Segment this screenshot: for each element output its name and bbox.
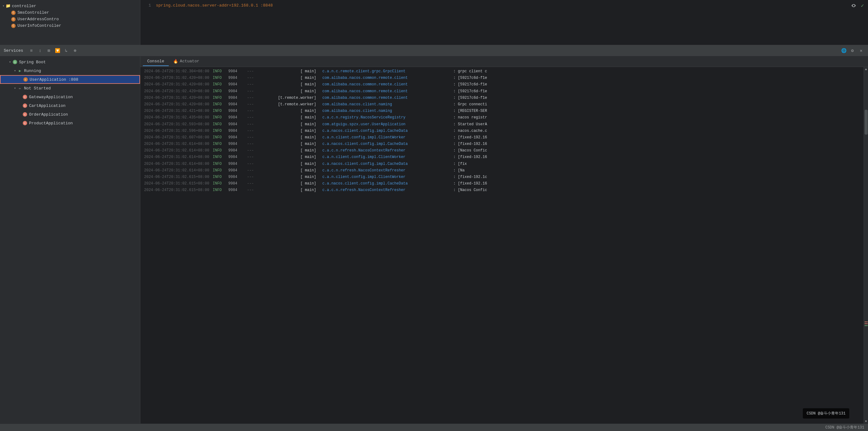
actuator-tab[interactable]: 🔥 Actuator [169,57,204,66]
code-key: spring.cloud.nacos.server-addr=192.168.0… [156,3,258,8]
class-icon-3: C [11,24,16,28]
log-class: c.a.n.client.config.impl.ClientWorker [322,174,447,180]
log-colon [447,89,454,94]
log-bracket-close [316,128,322,134]
log-line: 2024-06-24T20:31:02.615+08:00 INFO 9984 … [141,180,864,187]
log-sep: --- [247,75,254,81]
not-started-node[interactable]: ▾ ✏ Not Started [0,84,140,93]
log-line: 2024-06-24T20:31:02.420+08:00 INFO 9984 … [141,95,864,101]
log-class: com.alibaba.nacos.client.naming [322,102,447,107]
log-class: c.a.nacos.client.config.impl.CacheData [322,181,447,187]
log-sep: --- [247,161,254,167]
log-message: : nacos.cache.c [454,128,860,134]
console-tab[interactable]: Console [143,57,169,66]
log-sep: --- [247,108,254,114]
check-icon-btn[interactable]: ✓ [859,2,866,9]
log-colon [447,174,454,180]
sms-controller-item[interactable]: C SmsController [0,9,140,16]
services-title: Services [4,48,23,53]
log-line: 2024-06-24T20:31:02.614+08:00 INFO 9984 … [141,154,864,161]
add-icon[interactable]: ⊕ [72,48,78,54]
log-colon [447,141,454,147]
order-app-icon: C [23,112,27,117]
log-thread: [ main] [254,187,316,193]
code-area-top: 1 spring.cloud.nacos.server-addr=192.168… [141,0,848,45]
running-node[interactable]: ▾ ▶ Running [0,66,140,75]
log-timestamp: 2024-06-24T20:31:02.615+08:00 [144,174,213,180]
log-thread: [ main] [254,75,316,81]
log-timestamp: 2024-06-24T20:31:02.420+08:00 [144,75,213,81]
scroll-down-arrow[interactable]: ▼ [864,419,868,424]
close-icon[interactable]: ✕ [858,48,864,54]
log-level: INFO [213,174,228,180]
console-tabs: Console 🔥 Actuator [141,57,868,67]
settings-icon[interactable]: ⚙ [849,48,856,54]
gateway-app-node[interactable]: C GatewayApplication [0,93,140,101]
sort-icon[interactable]: ↕ [37,48,43,54]
not-started-label: Not Started [24,86,137,91]
log-line: 2024-06-24T20:31:02.420+08:00 INFO 9984 … [141,75,864,81]
filter-icon[interactable]: 🔽 [54,48,61,54]
log-message: : Started UserA [454,122,860,128]
log-sep: --- [247,187,254,193]
class-icon-2: C [11,17,16,22]
log-sep: --- [247,135,254,140]
log-timestamp: 2024-06-24T20:31:02.304+08:00 [144,69,213,74]
log-line: 2024-06-24T20:31:02.596+08:00 INFO 9984 … [141,128,864,134]
log-thread: [ main] [254,168,316,174]
log-bracket-close [316,102,322,107]
log-bracket-close [316,108,322,114]
spring-boot-icon: S [12,60,18,65]
log-sep: --- [247,154,254,160]
cart-chevron [18,103,23,108]
link-icon[interactable]: ↳ [63,48,69,54]
log-level: INFO [213,89,228,94]
user-info-controller-item[interactable]: C UserInfoController [0,23,140,29]
log-pid: 9984 [228,148,247,154]
log-bracket-close [316,174,322,180]
log-bracket-close [316,75,322,81]
log-level: INFO [213,81,228,88]
log-class: com.alibaba.nacos.common.remote.client [322,75,447,81]
not-started-chevron: ▾ [12,86,18,91]
globe-icon[interactable]: 🌐 [841,48,847,54]
log-class: c.a.nacos.client.config.impl.CacheData [322,141,447,147]
log-level: INFO [213,148,228,154]
console-output[interactable]: 2024-06-24T20:31:02.304+08:00 INFO 9984 … [141,67,864,424]
log-sep: --- [247,122,254,128]
log-message: : grpc client c [454,69,860,74]
log-colon [447,95,454,101]
spring-boot-node[interactable]: ▾ S Spring Boot [0,58,140,66]
scroll-up-arrow[interactable]: ▲ [864,67,868,71]
log-colon [447,81,454,88]
group-icon[interactable]: ⊞ [45,48,52,54]
log-pid: 9984 [228,69,247,74]
user-application-node[interactable]: C UserApplication :808 [0,75,140,84]
scroll-thumb[interactable] [865,110,868,135]
product-app-node[interactable]: C ProductApplication [0,119,140,128]
log-pid: 9984 [228,174,247,180]
controller-folder[interactable]: ▾ 📁 controller [0,2,140,9]
log-thread: [ main] [254,108,316,114]
log-level: INFO [213,95,228,101]
log-line: 2024-06-24T20:31:02.614+08:00 INFO 9984 … [141,141,864,147]
right-scrollbar[interactable]: ▲ ▼ [864,67,868,424]
log-colon [447,69,454,74]
log-thread: [ main] [254,181,316,187]
log-message: : [59217c6d-f1e [454,75,860,81]
user-app-chevron [18,77,23,82]
log-bracket-close [316,181,322,187]
log-colon [447,154,454,160]
cart-app-node[interactable]: C CartApplication [0,101,140,110]
log-timestamp: 2024-06-24T20:31:02.420+08:00 [144,95,213,101]
log-timestamp: 2024-06-24T20:31:02.615+08:00 [144,187,213,193]
list-icon[interactable]: ≡ [28,48,34,54]
order-app-node[interactable]: C OrderApplication [0,110,140,119]
log-thread: [ main] [254,135,316,140]
log-level: INFO [213,168,228,174]
user-address-controller-item[interactable]: C UserAddressContro [0,16,140,23]
code-line-1: 1 spring.cloud.nacos.server-addr=192.168… [141,2,848,8]
log-level: INFO [213,122,228,128]
eye-icon-btn[interactable] [850,2,857,9]
log-thread: [ main] [254,115,316,121]
